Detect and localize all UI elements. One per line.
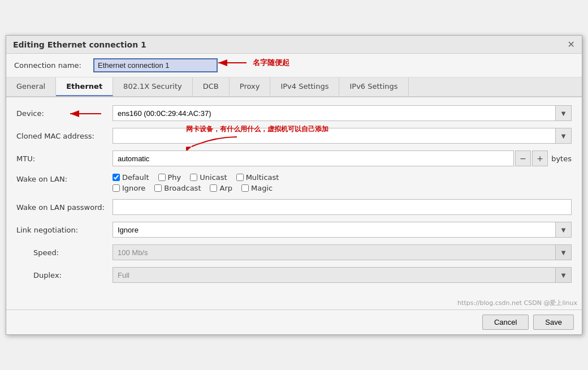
wake-multicast[interactable]: Multicast: [236, 173, 279, 182]
bottom-buttons: Cancel Save: [6, 309, 582, 334]
connection-name-row: Connection name: 名字随便起: [6, 54, 582, 78]
title-bar: Editing Ethernet connection 1 ✕: [6, 36, 582, 54]
cloned-mac-annotation: 网卡设备，有什么用什么，虚拟机可以自己添加: [186, 124, 328, 134]
name-annotation: 名字随便起: [253, 58, 289, 68]
duplex-dropdown-btn[interactable]: ▼: [556, 267, 572, 283]
mtu-input-wrap: − + bytes: [113, 150, 572, 166]
cloned-mac-label: Cloned MAC address:: [16, 132, 113, 140]
close-icon[interactable]: ✕: [568, 39, 575, 50]
content-area: Device: ▼ Cloned MAC address:: [6, 97, 582, 298]
mtu-plus-btn[interactable]: +: [532, 150, 548, 166]
wake-password-input[interactable]: [113, 199, 572, 215]
wake-password-label: Wake on LAN password:: [16, 203, 113, 212]
tab-general[interactable]: General: [6, 78, 56, 96]
wake-on-lan-label: Wake on LAN:: [16, 173, 113, 183]
device-row: Device: ▼: [16, 105, 572, 121]
cloned-mac-input-wrap: ▼: [113, 128, 572, 144]
wake-password-input-wrap: [113, 199, 572, 215]
wake-ignore[interactable]: Ignore: [113, 184, 145, 192]
tab-proxy[interactable]: Proxy: [230, 78, 271, 96]
wake-default-checkbox[interactable]: [113, 174, 120, 181]
wake-on-lan-options: Default Phy Unicast Multicast Ignore: [113, 173, 279, 192]
wake-multicast-checkbox[interactable]: [236, 174, 244, 181]
tab-ipv6[interactable]: IPv6 Settings: [339, 78, 408, 96]
speed-input-wrap: ▼: [113, 244, 572, 260]
tab-8021x[interactable]: 802.1X Security: [113, 78, 193, 96]
watermark: https://blog.csdn.net CSDN @爱上linux: [6, 298, 582, 309]
speed-input[interactable]: [113, 244, 556, 260]
wake-magic[interactable]: Magic: [241, 184, 273, 192]
tabs-bar: General Ethernet 802.1X Security DCB Pro…: [6, 78, 582, 97]
device-arrow-icon: [67, 107, 107, 120]
wake-on-lan-row: Wake on LAN: Default Phy Unicast Multica…: [16, 173, 572, 192]
cloned-mac-dropdown-btn[interactable]: ▼: [556, 128, 572, 144]
wake-arp-checkbox[interactable]: [210, 184, 217, 192]
tab-ethernet[interactable]: Ethernet: [56, 78, 113, 96]
mtu-suffix: bytes: [551, 154, 572, 163]
link-negotiation-input-wrap: ▼: [113, 222, 572, 238]
link-negotiation-label: Link negotiation:: [16, 226, 113, 234]
wake-phy[interactable]: Phy: [158, 173, 181, 182]
device-dropdown-btn[interactable]: ▼: [556, 105, 572, 121]
wake-broadcast-checkbox[interactable]: [154, 184, 162, 192]
duplex-input[interactable]: [113, 267, 556, 283]
wake-unicast-checkbox[interactable]: [190, 174, 197, 181]
wake-phy-checkbox[interactable]: [158, 174, 166, 181]
wake-ignore-checkbox[interactable]: [113, 184, 120, 192]
speed-label: Speed:: [33, 248, 113, 257]
connection-name-label: Connection name:: [14, 61, 88, 70]
duplex-label: Duplex:: [33, 271, 113, 279]
arrow-icon: [215, 57, 249, 69]
speed-dropdown-btn[interactable]: ▼: [556, 244, 572, 260]
tab-ipv4[interactable]: IPv4 Settings: [270, 78, 339, 96]
mtu-label: MTU:: [16, 154, 113, 163]
mtu-minus-btn[interactable]: −: [515, 150, 531, 166]
wake-default[interactable]: Default: [113, 173, 149, 182]
connection-name-input[interactable]: [93, 58, 218, 72]
wake-magic-checkbox[interactable]: [241, 184, 249, 192]
dialog-title: Editing Ethernet connection 1: [13, 40, 146, 49]
device-input[interactable]: [113, 105, 556, 121]
wake-row-1: Default Phy Unicast Multicast: [113, 173, 279, 182]
tab-dcb[interactable]: DCB: [193, 78, 230, 96]
cancel-button[interactable]: Cancel: [482, 315, 529, 330]
duplex-input-wrap: ▼: [113, 267, 572, 283]
duplex-row: Duplex: ▼: [16, 267, 572, 283]
link-negotiation-row: Link negotiation: ▼: [16, 222, 572, 238]
mtu-input[interactable]: [113, 150, 514, 166]
cloned-mac-row: Cloned MAC address: ▼ 网卡设备，有什么用什么，虚拟机可以自…: [16, 128, 572, 144]
dialog: Editing Ethernet connection 1 ✕ Connecti…: [6, 35, 582, 335]
wake-row-2: Ignore Broadcast Arp Magic: [113, 184, 279, 192]
save-button[interactable]: Save: [533, 315, 574, 330]
link-negotiation-input[interactable]: [113, 222, 556, 238]
wake-unicast[interactable]: Unicast: [190, 173, 227, 182]
link-negotiation-dropdown-btn[interactable]: ▼: [556, 222, 572, 238]
wake-arp[interactable]: Arp: [210, 184, 232, 192]
mtu-row: MTU: − + bytes: [16, 150, 572, 166]
cloned-arrow-icon: [186, 134, 243, 151]
wake-password-row: Wake on LAN password:: [16, 199, 572, 215]
cloned-mac-input[interactable]: [113, 128, 556, 144]
device-input-wrap: ▼: [113, 105, 572, 121]
speed-row: Speed: ▼: [16, 244, 572, 260]
wake-broadcast[interactable]: Broadcast: [154, 184, 201, 192]
